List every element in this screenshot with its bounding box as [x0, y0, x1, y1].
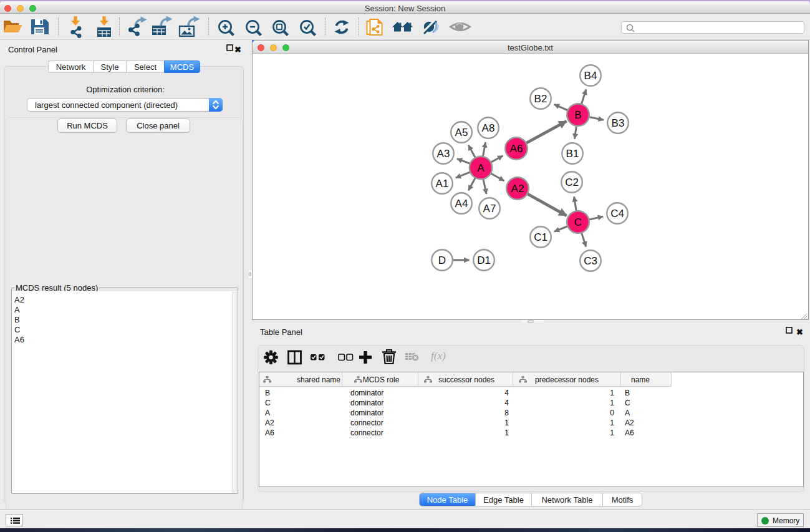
- svg-text:A4: A4: [455, 198, 468, 210]
- svg-text:A: A: [477, 162, 485, 174]
- svg-text:C3: C3: [584, 255, 597, 267]
- svg-text:A1: A1: [436, 178, 449, 190]
- svg-text:B2: B2: [534, 93, 547, 105]
- svg-text:A2: A2: [511, 183, 524, 195]
- svg-text:A8: A8: [482, 122, 495, 134]
- svg-text:C1: C1: [534, 231, 547, 243]
- svg-text:A3: A3: [437, 148, 450, 160]
- svg-text:C2: C2: [565, 177, 579, 188]
- svg-text:B4: B4: [584, 70, 597, 82]
- svg-text:B: B: [574, 109, 581, 121]
- svg-text:A6: A6: [510, 143, 523, 155]
- svg-text:A5: A5: [455, 127, 468, 138]
- svg-text:C4: C4: [610, 208, 624, 220]
- svg-text:B3: B3: [612, 117, 625, 129]
- svg-text:C: C: [574, 216, 582, 228]
- svg-text:A7: A7: [483, 203, 496, 215]
- svg-text:B1: B1: [566, 148, 579, 160]
- svg-text:D: D: [438, 254, 446, 266]
- svg-text:D1: D1: [477, 254, 491, 266]
